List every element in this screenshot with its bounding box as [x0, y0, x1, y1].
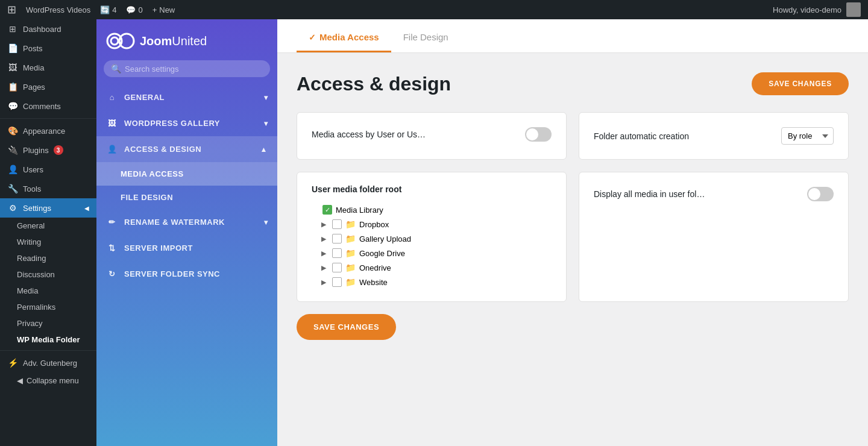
- general-icon: ⌂: [106, 93, 118, 102]
- plugin-menu-server-import[interactable]: ⇅ SERVER IMPORT: [96, 235, 277, 261]
- checkbox-media-library[interactable]: ✓: [322, 205, 332, 215]
- sidebar-item-settings[interactable]: ⚙ Settings ◀: [0, 198, 96, 218]
- plugins-icon: 🔌: [7, 145, 18, 155]
- sidebar-item-adv-gutenberg[interactable]: ⚡ Adv. Gutenberg: [0, 353, 96, 372]
- sidebar-item-appearance[interactable]: 🎨 Appearance: [0, 121, 96, 140]
- plugins-badge: 3: [54, 145, 63, 155]
- rename-icon: ✏: [106, 218, 118, 227]
- save-changes-bottom-button[interactable]: SAVE CHANGES: [297, 314, 396, 340]
- folder-root-card: User media folder root ✓ Media Library ▶: [297, 172, 567, 302]
- adv-gutenberg-icon: ⚡: [7, 358, 18, 368]
- svg-point-2: [111, 37, 118, 45]
- gdrive-folder-icon: 📁: [345, 248, 356, 258]
- joom-united-logo-icon: [106, 31, 135, 51]
- gdrive-arrow-icon: ▶: [321, 250, 329, 257]
- google-drive-label: Google Drive: [359, 249, 405, 258]
- top-cards-row: Media access by User or Us… Folder autom…: [297, 112, 849, 160]
- wp-sidebar: ⊞ Dashboard 📄 Posts 🖼 Media 📋 Pages 💬 Co…: [0, 19, 96, 446]
- plugin-sub-media-access[interactable]: MEDIA ACCESS: [96, 162, 277, 186]
- display-media-card: Display all media in user fol…: [579, 172, 849, 302]
- sidebar-sub-reading[interactable]: Reading: [0, 250, 96, 266]
- onedrive-label: Onedrive: [359, 263, 391, 272]
- sidebar-sub-writing[interactable]: Writing: [0, 234, 96, 250]
- save-changes-top-button[interactable]: SAVE CHANGES: [752, 72, 849, 95]
- sidebar-item-dashboard[interactable]: ⊞ Dashboard: [0, 19, 96, 39]
- sidebar-item-comments[interactable]: 💬 Comments: [0, 96, 96, 116]
- sidebar-collapse-menu[interactable]: ◀ Collapse menu: [0, 372, 96, 389]
- sidebar-sub-discussion[interactable]: Discussion: [0, 266, 96, 283]
- general-chevron-icon: ▾: [264, 93, 268, 102]
- search-icon: 🔍: [111, 64, 121, 74]
- website-folder-icon: 📁: [345, 277, 356, 287]
- comments-icon: 💬: [7, 101, 18, 111]
- tree-item-dropbox[interactable]: ▶ 📁 Dropbox: [312, 217, 552, 231]
- checkbox-onedrive[interactable]: [332, 263, 342, 272]
- sidebar-item-users[interactable]: 👤 Users: [0, 160, 96, 179]
- sidebar-separator-2: [0, 350, 96, 351]
- sidebar-sub-privacy[interactable]: Privacy: [0, 315, 96, 331]
- sidebar-sub-wp-media-folder[interactable]: WP Media Folder: [0, 331, 96, 348]
- tree-item-media-library[interactable]: ✓ Media Library: [312, 203, 552, 217]
- checkbox-website[interactable]: [332, 277, 342, 287]
- updates-icon: 🔄: [100, 5, 110, 14]
- comments-count[interactable]: 💬 0: [126, 5, 142, 14]
- dropbox-folder-icon: 📁: [345, 219, 356, 229]
- tree-item-onedrive[interactable]: ▶ 📁 Onedrive: [312, 260, 552, 275]
- checkbox-google-drive[interactable]: [332, 248, 342, 258]
- media-access-toggle[interactable]: [525, 127, 552, 142]
- access-design-icon: 👤: [106, 145, 118, 154]
- folder-creation-select[interactable]: By role By user Disabled: [781, 127, 834, 145]
- sidebar-item-pages[interactable]: 📋 Pages: [0, 77, 96, 96]
- folder-creation-label: Folder automatic creation: [594, 131, 689, 141]
- sidebar-item-posts[interactable]: 📄 Posts: [0, 39, 96, 58]
- sidebar-sub-general[interactable]: General: [0, 218, 96, 234]
- user-avatar: [846, 2, 861, 17]
- plugin-logo: JoomUnited: [96, 19, 277, 60]
- display-media-toggle[interactable]: [807, 187, 834, 201]
- tree-item-gallery-upload[interactable]: ▶ 📁 Gallery Upload: [312, 231, 552, 246]
- appearance-icon: 🎨: [7, 126, 18, 136]
- plugin-menu-wordpress-gallery[interactable]: 🖼 WORDPRESS GALLERY ▾: [96, 110, 277, 136]
- sidebar-sub-permalinks[interactable]: Permalinks: [0, 299, 96, 315]
- onedrive-arrow-icon: ▶: [321, 264, 329, 272]
- settings-icon: ⚙: [7, 203, 18, 213]
- onedrive-folder-icon: 📁: [345, 263, 356, 272]
- search-box[interactable]: 🔍: [104, 60, 270, 77]
- gallery-icon: 🖼: [106, 119, 118, 128]
- media-icon: 🖼: [7, 63, 18, 72]
- gallery-upload-label: Gallery Upload: [359, 234, 411, 243]
- tree-item-website[interactable]: ▶ 📁 Website: [312, 275, 552, 289]
- folder-tree: ✓ Media Library ▶ 📁 Dropbox ▶: [312, 203, 552, 289]
- plugin-sub-file-design[interactable]: FILE DESIGN: [96, 186, 277, 209]
- bottom-cards-row: User media folder root ✓ Media Library ▶: [297, 172, 849, 302]
- search-input[interactable]: [125, 64, 263, 74]
- tab-media-access[interactable]: ✓ Media Access: [297, 24, 391, 52]
- plugin-menu-access-design[interactable]: 👤 ACCESS & DESIGN ▲: [96, 136, 277, 162]
- tab-check-icon: ✓: [309, 33, 316, 42]
- wp-logo-icon[interactable]: ⊞: [7, 3, 16, 16]
- site-name[interactable]: WordPress Videos: [26, 5, 90, 14]
- updates-count[interactable]: 🔄 4: [100, 5, 116, 14]
- dashboard-icon: ⊞: [7, 24, 18, 34]
- plugin-logo-text: JoomUnited: [140, 34, 207, 48]
- checkbox-dropbox[interactable]: [332, 219, 342, 229]
- plugin-menu-general[interactable]: ⌂ GENERAL ▾: [96, 84, 277, 110]
- plugin-menu-rename-watermark[interactable]: ✏ RENAME & WATERMARK ▾: [96, 209, 277, 235]
- checkbox-gallery-upload[interactable]: [332, 234, 342, 243]
- users-icon: 👤: [7, 165, 18, 174]
- gallery-chevron-icon: ▾: [264, 119, 268, 128]
- sidebar-item-tools[interactable]: 🔧 Tools: [0, 179, 96, 198]
- tree-item-google-drive[interactable]: ▶ 📁 Google Drive: [312, 246, 552, 260]
- gallery-folder-icon: 📁: [345, 234, 356, 243]
- access-chevron-icon: ▲: [260, 145, 268, 154]
- sidebar-sub-media-wp[interactable]: Media: [0, 283, 96, 299]
- plugin-menu-server-folder-sync[interactable]: ↻ SERVER FOLDER SYNC: [96, 261, 277, 287]
- sidebar-item-plugins[interactable]: 🔌 Plugins 3: [0, 140, 96, 160]
- plugin-sidebar: JoomUnited 🔍 ⌂ GENERAL ▾ 🖼 WORDPRESS GAL…: [96, 19, 277, 446]
- tab-file-design[interactable]: File Design: [391, 24, 461, 52]
- sidebar-item-media[interactable]: 🖼 Media: [0, 58, 96, 77]
- new-button[interactable]: + New: [153, 5, 175, 14]
- page-title: Access & design: [297, 73, 451, 95]
- website-label: Website: [359, 278, 388, 287]
- dropbox-arrow-icon: ▶: [321, 221, 329, 228]
